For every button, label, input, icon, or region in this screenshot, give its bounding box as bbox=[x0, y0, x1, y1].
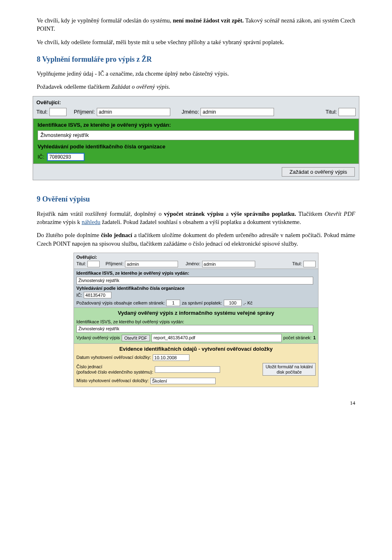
link-preview[interactable]: náhledu bbox=[82, 219, 100, 225]
paragraph-2: Ve chvíli, kdy odešlete formulář, měli b… bbox=[37, 38, 355, 46]
label-ico: IČ: bbox=[38, 153, 45, 161]
input-ico[interactable] bbox=[47, 153, 85, 161]
input-firstname[interactable] bbox=[200, 108, 274, 116]
label-verifier: Ověřující: bbox=[36, 99, 61, 105]
value-isvs-name: Živnostenský rejstřík bbox=[38, 130, 354, 140]
label-title-after-2: Titul: bbox=[292, 261, 302, 267]
label-title-before: Titul: bbox=[36, 108, 48, 116]
page-number: 14 bbox=[37, 399, 355, 407]
label-currency: ,- Kč bbox=[243, 300, 253, 306]
paragraph-6: Do žlutého pole doplníme číslo jednací a… bbox=[37, 231, 355, 248]
label-isvs-identification: Identifikace ISVS, ze kterého je ověřený… bbox=[38, 121, 354, 129]
label-verifier-2: Ověřující: bbox=[76, 255, 97, 260]
button-save-local[interactable]: Uložit formulář na lokálnídisk počítače bbox=[263, 363, 316, 376]
input-page-count[interactable] bbox=[166, 300, 180, 306]
label-firstname-2: Jméno: bbox=[185, 261, 200, 267]
heading-issued-excerpt: Vydaný ověřený výpis z informačního syst… bbox=[74, 308, 318, 318]
form-excerpt-result: Ověřující: Titul: Příjmení: Jméno: Titul… bbox=[74, 253, 318, 387]
input-title-after-2[interactable] bbox=[303, 261, 316, 267]
input-title-before-2[interactable] bbox=[87, 261, 100, 267]
label-fee: za správní poplatek: bbox=[182, 300, 222, 306]
value-isvs-name-issued: Živnostenský rejstřík bbox=[76, 325, 313, 333]
heading-section-9: 9 Ověření výpisu bbox=[37, 194, 355, 204]
label-surname: Příjmení: bbox=[74, 108, 95, 116]
label-ico-2: IČ: bbox=[76, 292, 82, 298]
label-title-before-2: Titul: bbox=[76, 261, 86, 267]
input-surname-2[interactable] bbox=[125, 261, 178, 267]
label-isvs-identification-issued: Identifikace ISVS, ze kterého byl ověřen… bbox=[76, 319, 316, 325]
label-reference-number-sub: (pořadové číslo evidenčního systému): bbox=[76, 370, 153, 375]
label-title-after: Titul: bbox=[325, 108, 337, 116]
label-firstname: Jméno: bbox=[182, 108, 199, 116]
label-search-by-ico: Vyhledávání podle identifikačního čísla … bbox=[38, 143, 354, 150]
label-pages-requested: Požadovaný výpis obsahuje celkem stránek… bbox=[76, 300, 165, 306]
input-title-after[interactable] bbox=[339, 108, 356, 116]
label-page-count: počet stránek: bbox=[283, 335, 312, 341]
label-surname-2: Příjmení: bbox=[105, 261, 123, 267]
value-isvs-name-2: Živnostenský rejstřík bbox=[76, 277, 313, 284]
button-open-pdf[interactable]: Otevřít PDF bbox=[122, 335, 150, 341]
heading-section-8: 8 Vyplnění formuláře pro výpis z ŽR bbox=[37, 54, 355, 65]
label-issued-excerpt: Vydaný ověřený výpis bbox=[76, 335, 120, 341]
heading-evidence: Evidence identifikačních údajů - vytvoře… bbox=[74, 344, 318, 354]
input-issue-place[interactable] bbox=[150, 378, 216, 384]
input-ico-2[interactable] bbox=[84, 292, 111, 298]
paragraph-4: Požadavek odešleme tlačítkem Zažádat o o… bbox=[37, 83, 355, 91]
label-search-by-ico-2: Vyhledávání podle identifikačního čísla … bbox=[76, 285, 316, 291]
paragraph-3: Vyplňujeme jediný údaj - IČ a označíme, … bbox=[37, 69, 355, 78]
label-reference-number: Číslo jednací bbox=[76, 364, 153, 370]
value-pdf-filename: report_48135470.pdf bbox=[151, 334, 282, 342]
input-surname[interactable] bbox=[97, 108, 170, 116]
label-isvs-identification-2: Identifikace ISVS, ze kterého je ověřený… bbox=[76, 270, 316, 276]
button-request-excerpt[interactable]: Zažádat o ověřený výpis bbox=[282, 167, 355, 177]
input-issue-date[interactable] bbox=[153, 354, 189, 361]
input-title-before[interactable] bbox=[49, 108, 67, 116]
input-reference-number[interactable] bbox=[155, 366, 220, 373]
paragraph-1: Ve chvíli, kdy je vyplněný formulář odes… bbox=[37, 16, 355, 33]
value-page-count: 1 bbox=[313, 335, 316, 341]
label-issue-date: Datum vyhotovení ověřovací doložky: bbox=[76, 354, 151, 361]
label-issue-place: Místo vyhotovení ověřovací doložky: bbox=[76, 378, 149, 384]
input-fee[interactable] bbox=[224, 300, 242, 306]
input-firstname-2[interactable] bbox=[202, 261, 255, 267]
form-request-excerpt: Ověřující: Titul: Příjmení: Jméno: Titul… bbox=[33, 96, 359, 181]
paragraph-5: Rejstřík nám vrátil rozšířený formulář, … bbox=[37, 210, 355, 226]
